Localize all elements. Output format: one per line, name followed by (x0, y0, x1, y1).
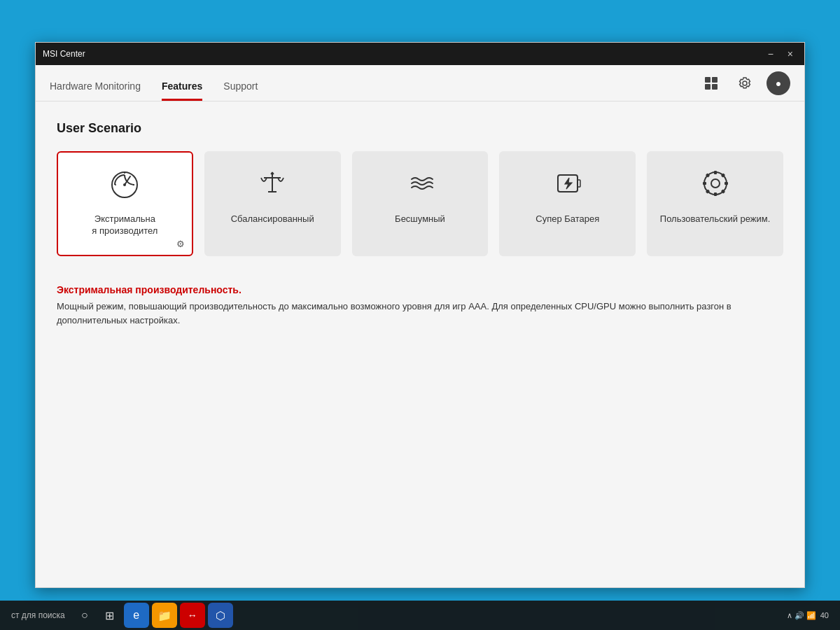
avatar-button[interactable]: ● (766, 71, 790, 95)
taskbar-task-view-icon[interactable]: ⊞ (99, 604, 121, 626)
svg-rect-3 (712, 84, 718, 90)
card-silent[interactable]: Бесшумный (352, 151, 489, 256)
grid-icon (704, 76, 718, 90)
svg-rect-21 (703, 182, 706, 185)
extreme-label: Экстримальная производител (92, 214, 158, 237)
tab-features[interactable]: Features (162, 65, 202, 101)
balanced-label: Сбалансированный (231, 214, 314, 225)
svg-rect-1 (712, 77, 718, 83)
silent-icon (402, 165, 438, 206)
titlebar: MSI Center − × (36, 43, 804, 65)
taskbar-tray: ∧ 🔊 📶 (787, 611, 816, 620)
svg-rect-20 (714, 192, 717, 196)
svg-point-18 (711, 179, 720, 188)
taskbar-app2-icon[interactable]: ⬡ (208, 603, 233, 628)
grid-icon-button[interactable] (699, 71, 723, 95)
extreme-gear-icon[interactable]: ⚙ (176, 239, 185, 249)
card-super-battery[interactable]: Супер Батарея (499, 151, 636, 256)
scenario-cards: Экстримальная производител ⚙ (57, 151, 783, 256)
svg-rect-16 (578, 180, 580, 187)
extreme-icon (106, 165, 143, 206)
user-mode-icon (697, 165, 734, 206)
minimize-button[interactable]: − (764, 48, 778, 60)
tab-hardware-monitoring[interactable]: Hardware Monitoring (50, 65, 141, 101)
taskbar-time: 40 (820, 611, 829, 620)
tabs-left: Hardware Monitoring Features Support (50, 65, 258, 101)
search-placeholder: ст для поиска (11, 610, 65, 620)
taskbar-search-icon[interactable]: ○ (74, 604, 96, 626)
taskbar-search: ст для поиска (6, 610, 71, 620)
tabs-bar: Hardware Monitoring Features Support (36, 65, 804, 102)
description-title: Экстримальная производительность. (57, 284, 783, 295)
balanced-icon (254, 165, 290, 206)
card-extreme[interactable]: Экстримальная производител ⚙ (57, 151, 193, 256)
card-user-mode[interactable]: Пользовательский режим. (647, 151, 783, 256)
svg-rect-19 (714, 171, 717, 174)
taskbar-files-icon[interactable]: 📁 (152, 603, 177, 628)
titlebar-controls: − × (764, 48, 797, 60)
app-window: MSI Center − × Hardware Monitoring Featu… (35, 42, 805, 588)
main-content: User Scenario (36, 102, 804, 587)
svg-rect-22 (724, 182, 728, 185)
section-title: User Scenario (57, 121, 783, 136)
battery-label: Супер Батарея (536, 214, 599, 225)
silent-label: Бесшумный (395, 214, 445, 225)
svg-rect-2 (705, 84, 710, 90)
settings-icon-button[interactable] (733, 71, 757, 95)
avatar-icon: ● (776, 78, 781, 89)
card-balanced[interactable]: Сбалансированный (204, 151, 341, 256)
description-area: Экстримальная производительность. Мощный… (57, 284, 783, 327)
battery-icon (550, 165, 586, 206)
gear-icon (738, 76, 752, 90)
close-button[interactable]: × (783, 48, 797, 60)
svg-rect-0 (705, 77, 710, 83)
tabs-right: ● (699, 71, 790, 95)
user-mode-label: Пользовательский режим. (660, 214, 771, 225)
app-title: MSI Center (43, 49, 85, 59)
taskbar: ст для поиска ○ ⊞ e 📁 ↔ ⬡ ∧ 🔊 📶 40 (0, 601, 840, 630)
description-text: Мощный режим, повышающий производительно… (57, 300, 783, 327)
taskbar-right: ∧ 🔊 📶 40 (787, 611, 834, 620)
svg-point-6 (123, 183, 126, 186)
taskbar-msi-icon[interactable]: ↔ (180, 603, 205, 628)
taskbar-edge-icon[interactable]: e (124, 603, 149, 628)
tab-support[interactable]: Support (223, 65, 258, 101)
